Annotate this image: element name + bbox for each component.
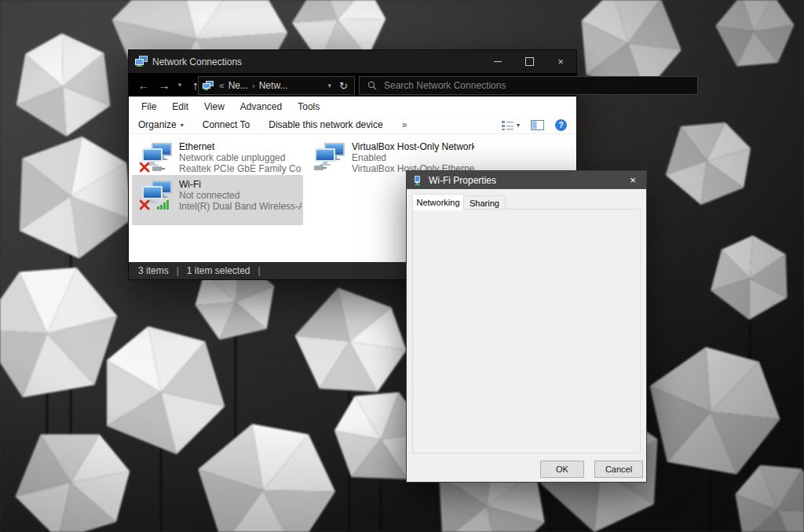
tab-networking[interactable]: Networking xyxy=(412,194,464,210)
organize-button[interactable]: Organize ▾ xyxy=(129,119,193,130)
recent-locations-dropdown[interactable]: ▾ xyxy=(174,81,185,89)
connection-status: Enabled xyxy=(352,152,474,163)
breadcrumb[interactable]: « Ne... › Netw... ▾ ↻ xyxy=(198,76,355,95)
connection-status: Network cable unplugged xyxy=(179,152,302,163)
status-separator: | xyxy=(177,265,179,276)
search-icon xyxy=(367,81,377,90)
organize-caret-icon: ▾ xyxy=(181,122,184,129)
error-overlay-icon xyxy=(141,163,148,171)
connection-name: Ethernet xyxy=(179,141,302,152)
menu-file[interactable]: File xyxy=(133,101,164,112)
back-button[interactable]: ← xyxy=(133,78,154,92)
address-dropdown-icon[interactable]: ▾ xyxy=(322,82,338,89)
virtualbox-adapter-icon xyxy=(312,143,347,173)
items-count: 3 items xyxy=(138,265,169,276)
desktop: Network Connections × ← → ▾ ↑ « Ne... xyxy=(0,0,804,532)
menu-view[interactable]: View xyxy=(196,101,232,112)
connect-to-button[interactable]: Connect To xyxy=(193,119,260,130)
connection-status: Not connected xyxy=(179,190,302,201)
connection-device: Realtek PCIe GbE Family Controller xyxy=(179,163,302,174)
command-toolbar: Organize ▾ Connect To Disable this netwo… xyxy=(129,116,576,134)
toolbar-overflow-button[interactable]: » xyxy=(393,119,417,130)
menu-tools[interactable]: Tools xyxy=(290,101,327,112)
change-view-button[interactable]: ▾ xyxy=(502,120,520,130)
networking-tab-panel xyxy=(412,209,641,454)
address-bar: ← → ▾ ↑ « Ne... › Netw... ▾ ↻ xyxy=(129,73,576,97)
menu-edit[interactable]: Edit xyxy=(164,101,196,112)
dialog-title-bar[interactable]: Wi-Fi Properties × xyxy=(407,171,646,189)
signal-bars-icon xyxy=(157,200,169,210)
status-separator: | xyxy=(258,265,261,276)
breadcrumb-separator: › xyxy=(252,81,255,90)
search-box[interactable] xyxy=(359,76,698,95)
ethernet-adapter-icon xyxy=(140,143,174,173)
breadcrumb-crumb[interactable]: Netw... xyxy=(259,80,288,91)
connection-name: VirtualBox Host-Only Network xyxy=(352,141,474,152)
help-icon[interactable]: ? xyxy=(555,119,567,131)
wifi-properties-dialog: Wi-Fi Properties × Networking Sharing Co… xyxy=(406,170,647,483)
error-overlay-icon xyxy=(141,201,148,209)
close-icon: × xyxy=(630,174,636,186)
disable-device-button[interactable]: Disable this network device xyxy=(259,119,392,130)
ok-button[interactable]: OK xyxy=(540,461,584,478)
breadcrumb-prefix[interactable]: « xyxy=(219,80,225,91)
connection-tile-wifi[interactable]: Wi-Fi Not connected Intel(R) Dual Band W… xyxy=(132,175,303,225)
menu-bar: File Edit View Advanced Tools xyxy=(129,97,576,116)
cancel-button[interactable]: Cancel xyxy=(594,461,643,478)
minimize-button[interactable] xyxy=(482,50,513,73)
plug-icon xyxy=(314,166,327,170)
connection-name: Wi-Fi xyxy=(179,179,302,190)
selection-count: 1 item selected xyxy=(187,265,250,276)
minimize-icon xyxy=(494,61,502,62)
location-icon xyxy=(203,81,214,91)
menu-advanced[interactable]: Advanced xyxy=(232,101,290,112)
close-button[interactable]: × xyxy=(545,50,576,73)
refresh-icon[interactable]: ↻ xyxy=(338,80,354,92)
close-icon: × xyxy=(557,56,564,67)
preview-pane-icon[interactable] xyxy=(531,120,544,130)
maximize-button[interactable] xyxy=(513,50,545,73)
title-bar[interactable]: Network Connections × xyxy=(129,50,576,73)
view-caret-icon: ▾ xyxy=(517,122,520,129)
details-view-icon xyxy=(502,120,513,130)
search-input[interactable] xyxy=(382,79,697,92)
breadcrumb-crumb[interactable]: Ne... xyxy=(228,80,248,91)
forward-button[interactable]: → xyxy=(154,78,174,92)
dialog-close-button[interactable]: × xyxy=(619,171,646,189)
connection-device: Intel(R) Dual Band Wireless-AC 31... xyxy=(179,201,302,212)
window-title: Network Connections xyxy=(152,56,482,67)
wifi-adapter-icon xyxy=(140,180,174,210)
maximize-icon xyxy=(525,57,534,66)
dialog-title: Wi-Fi Properties xyxy=(429,175,496,186)
network-connections-icon xyxy=(135,56,148,67)
unplugged-cable-icon xyxy=(152,166,165,171)
wifi-properties-icon xyxy=(412,175,422,186)
